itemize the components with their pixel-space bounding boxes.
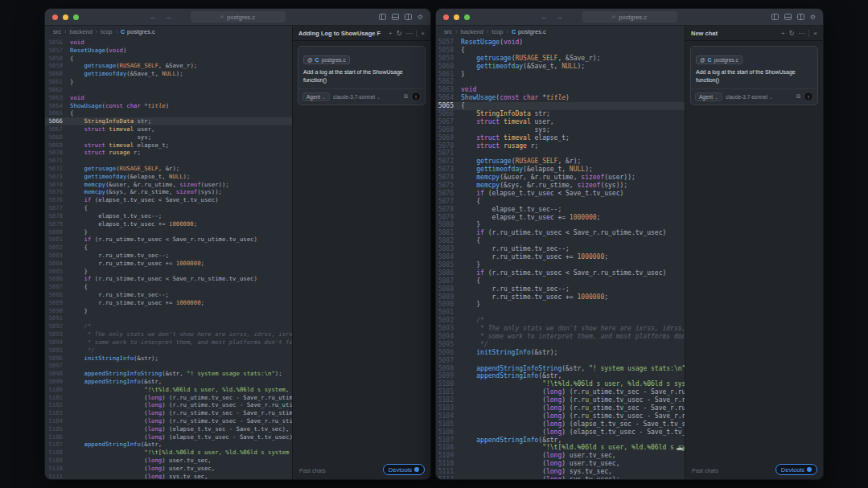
- code-line[interactable]: 5059 getrusage(RUSAGE_SELF, &Save_r);: [436, 55, 685, 63]
- minimize-window-button[interactable]: [454, 14, 459, 20]
- code-editor[interactable]: 5057ResetUsage(void)5058{5059 getrusage(…: [436, 37, 685, 479]
- code-line[interactable]: 5057ResetUsage(void): [45, 47, 292, 55]
- breadcrumb-item[interactable]: tcop: [101, 28, 112, 35]
- code-line[interactable]: 5079 elapse_t.tv_usec += 1000000;: [436, 214, 685, 222]
- new-chat-icon[interactable]: +: [781, 30, 785, 37]
- code-line[interactable]: 5067 struct timeval user,: [45, 125, 292, 133]
- code-line[interactable]: 5108 "!\t[%ld.%06ld s user, %ld.%06ld s …: [436, 444, 685, 452]
- toggle-right-dock-icon[interactable]: [797, 14, 804, 20]
- code-line[interactable]: 5076 if (elapse_t.tv_usec < Save_t.tv_us…: [436, 190, 685, 198]
- zoom-window-button[interactable]: [464, 14, 470, 20]
- code-line[interactable]: 5077 {: [45, 204, 292, 212]
- code-line[interactable]: 5097: [45, 362, 292, 370]
- code-line[interactable]: 5069 struct timeval elapse_t;: [45, 141, 292, 150]
- attach-image-icon[interactable]: ⧉: [404, 93, 408, 100]
- agent-mode-selector[interactable]: Agent ⌄: [695, 92, 722, 101]
- code-line[interactable]: 5080 }: [45, 228, 292, 236]
- close-panel-icon[interactable]: ×: [813, 30, 817, 37]
- code-line[interactable]: 5063void: [45, 94, 292, 102]
- code-line[interactable]: 5101 (long) (r.ru_utime.tv_sec - Save_r.…: [45, 394, 292, 402]
- code-line[interactable]: 5098 appendStringInfoString(&str, "! sys…: [45, 370, 292, 378]
- code-line[interactable]: 5062: [45, 86, 292, 94]
- code-line[interactable]: 5060 gettimeofday(&Save_t, NULL);: [45, 70, 292, 78]
- code-line[interactable]: 5101 (long) (r.ru_utime.tv_sec - Save_r.…: [436, 388, 685, 396]
- code-line[interactable]: 5070 struct rusage r;: [436, 142, 685, 150]
- code-line[interactable]: 5080 }: [436, 221, 685, 229]
- toggle-bottom-dock-icon[interactable]: [784, 14, 792, 20]
- code-line[interactable]: 5102 (long) (r.ru_utime.tv_usec - Save_r…: [45, 401, 292, 409]
- code-line[interactable]: 5064ShowUsage(const char *title): [45, 102, 292, 110]
- code-line[interactable]: 5062: [436, 78, 685, 86]
- code-line[interactable]: 5093 * The only stats we don't show here…: [436, 325, 685, 333]
- code-line[interactable]: 5081 if (r.ru_utime.tv_usec < Save_r.ru_…: [436, 229, 685, 237]
- code-line[interactable]: 5058{: [436, 47, 685, 55]
- code-line[interactable]: 5083 r.ru_utime.tv_sec--;: [436, 245, 685, 253]
- code-line[interactable]: 5108 "!\t[%ld.%06ld s user, %ld.%06ld s …: [45, 449, 292, 457]
- code-line[interactable]: 5060 gettimeofday(&Save_t, NULL);: [436, 63, 685, 71]
- code-line[interactable]: 5099 appendStringInfo(&str,: [436, 372, 685, 380]
- code-line[interactable]: 5072 getrusage(RUSAGE_SELF, &r);: [45, 165, 292, 173]
- code-line[interactable]: 5092 /*: [436, 317, 685, 325]
- devtools-badge[interactable]: Devtools: [383, 464, 425, 475]
- code-line[interactable]: 5069 struct timeval elapse_t;: [436, 134, 685, 142]
- code-line[interactable]: 5110 (long) user.tv_usec,: [436, 460, 685, 468]
- code-line[interactable]: 5066 StringInfoData str;: [436, 110, 685, 118]
- breadcrumb-item[interactable]: tcop: [492, 28, 503, 35]
- code-line[interactable]: 5075 memcpy(&sys, &r.ru_stime, sizeof(sy…: [436, 182, 685, 190]
- message-input[interactable]: Add a log at the start of the ShowUsage …: [303, 68, 420, 84]
- send-button[interactable]: ↑: [411, 92, 421, 101]
- code-line[interactable]: 5100 "!\t%ld.%06ld s user, %ld.%06ld s s…: [45, 386, 292, 394]
- zoom-window-button[interactable]: [73, 14, 79, 20]
- code-line[interactable]: 5090 }: [436, 301, 685, 309]
- history-icon[interactable]: ↻: [397, 30, 402, 37]
- breadcrumb-item[interactable]: backend: [461, 28, 483, 35]
- code-line[interactable]: 5090 }: [45, 307, 292, 315]
- history-icon[interactable]: ↻: [789, 30, 795, 37]
- code-line[interactable]: 5097: [436, 357, 685, 365]
- code-line[interactable]: 5107 appendStringInfo(&str,: [436, 437, 685, 445]
- code-line[interactable]: 5079 elapse_t.tv_usec += 1000000;: [45, 220, 292, 228]
- code-line[interactable]: 5081 if (r.ru_utime.tv_usec < Save_r.ru_…: [45, 236, 292, 244]
- back-icon[interactable]: ←: [150, 13, 157, 21]
- code-line[interactable]: 5094 * some work to interpret them, and …: [436, 333, 685, 341]
- message-input[interactable]: Add a log at the start of the ShowUsage …: [696, 68, 812, 84]
- code-line[interactable]: 5104 (long) (r.ru_stime.tv_usec - Save_r…: [45, 417, 292, 425]
- code-line[interactable]: 5096 initStringInfo(&str);: [45, 355, 292, 363]
- scrollbar-thumb[interactable]: [677, 448, 683, 450]
- breadcrumb-filename[interactable]: postgres.c: [518, 28, 546, 35]
- code-line[interactable]: 5084 r.ru_utime.tv_usec += 1000000;: [436, 253, 685, 261]
- breadcrumb-filename[interactable]: postgres.c: [127, 28, 155, 35]
- code-line[interactable]: 5103 (long) (r.ru_stime.tv_sec - Save_r.…: [436, 404, 685, 412]
- code-line[interactable]: 5106 (long) (elapse_t.tv_usec - Save_t.t…: [45, 433, 292, 441]
- code-line[interactable]: 5061}: [436, 71, 685, 79]
- file-finder[interactable]: ⌕ postgres.c: [582, 11, 677, 23]
- code-line[interactable]: 5095 */: [45, 347, 292, 355]
- toggle-right-dock-icon[interactable]: [405, 14, 412, 20]
- toggle-left-dock-icon[interactable]: [771, 14, 779, 20]
- code-line[interactable]: 5109 (long) user.tv_sec,: [45, 457, 292, 465]
- code-line[interactable]: 5085 }: [436, 261, 685, 269]
- code-line[interactable]: 5086 if (r.ru_stime.tv_usec < Save_r.ru_…: [45, 275, 292, 283]
- code-line[interactable]: 5065{: [45, 109, 292, 117]
- forward-icon[interactable]: →: [556, 13, 563, 21]
- toggle-left-dock-icon[interactable]: [379, 14, 386, 20]
- code-line[interactable]: 5111 (long) sys.tv_sec,: [436, 468, 685, 476]
- code-editor[interactable]: 5056void5057ResetUsage(void)5058{5059 ge…: [45, 37, 292, 479]
- code-line[interactable]: 5089 r.ru_stime.tv_usec += 1000000;: [45, 299, 292, 307]
- model-selector[interactable]: claude-3.7-sonnet ⌄: [333, 94, 381, 100]
- send-button[interactable]: ↑: [804, 92, 813, 101]
- code-line[interactable]: 5061}: [45, 78, 292, 86]
- code-line[interactable]: 5111 (long) sys.tv_sec,: [45, 473, 292, 479]
- code-line[interactable]: 5095 */: [436, 341, 685, 349]
- model-selector[interactable]: claude-3.7-sonnet ⌄: [726, 94, 773, 100]
- message-editor[interactable]: @ C postgres.c Add a log at the start of…: [690, 46, 818, 105]
- code-line[interactable]: 5098 appendStringInfoString(&str, "! sys…: [436, 365, 685, 373]
- code-line[interactable]: 5058{: [45, 55, 292, 63]
- code-line[interactable]: 5063void: [436, 86, 685, 94]
- agent-mode-selector[interactable]: Agent ⌄: [302, 92, 330, 101]
- breadcrumb[interactable]: src › backend › tcop › C postgres.c: [436, 26, 685, 37]
- code-line[interactable]: 5074 memcpy(&user, &r.ru_utime, sizeof(u…: [45, 181, 292, 189]
- code-line[interactable]: 5071: [436, 150, 685, 158]
- close-window-button[interactable]: [443, 14, 449, 20]
- back-icon[interactable]: ←: [541, 13, 548, 21]
